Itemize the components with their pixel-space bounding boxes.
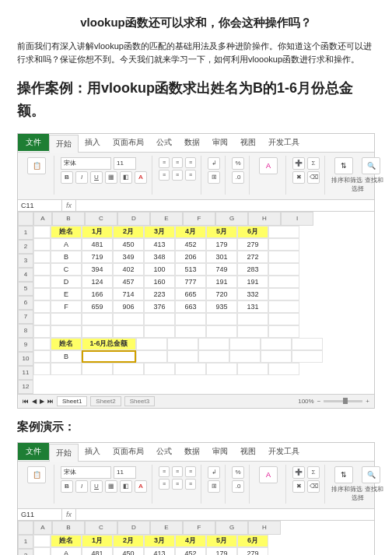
align-center-button[interactable]: ≡ [172, 170, 183, 181]
underline-button[interactable]: U [90, 171, 103, 184]
cell[interactable]: 2月 [113, 535, 144, 547]
cell[interactable]: 719 [82, 251, 113, 263]
cell[interactable] [268, 288, 299, 300]
align-button[interactable]: ≡ [172, 479, 183, 490]
nav-next-icon[interactable]: ▶ [40, 398, 44, 405]
cell[interactable]: 姓名 [51, 338, 82, 350]
cell[interactable] [33, 238, 51, 251]
tab-insert[interactable]: 插入 [79, 443, 107, 460]
cell[interactable]: 777 [175, 276, 206, 288]
col-header[interactable]: C [85, 212, 117, 226]
autosum-button[interactable]: Σ [307, 466, 320, 479]
cell[interactable]: 279 [237, 238, 268, 251]
cell[interactable]: F [51, 300, 82, 313]
cell[interactable]: 191 [237, 276, 268, 288]
merge-button[interactable]: ⊞ [208, 171, 220, 184]
row-header[interactable]: 8 [18, 324, 33, 338]
cell[interactable]: 349 [113, 251, 144, 263]
wrap-button[interactable]: ↲ [208, 157, 220, 170]
tab-data[interactable]: 数据 [178, 134, 206, 151]
cell[interactable]: 332 [237, 288, 268, 300]
cell[interactable]: 301 [206, 251, 237, 263]
cell[interactable]: 6月 [237, 226, 268, 238]
row-header[interactable]: 10 [18, 352, 33, 366]
formula-bar[interactable] [76, 204, 374, 207]
cell[interactable] [82, 363, 113, 375]
fx-icon[interactable]: fx [62, 509, 76, 520]
tab-insert[interactable]: 插入 [79, 134, 107, 151]
wrap-button[interactable]: ↲ [208, 466, 220, 479]
font-name-select[interactable]: 宋体 [61, 157, 111, 170]
fill-color-button[interactable]: ◧ [120, 480, 132, 493]
cell[interactable]: 179 [206, 238, 237, 251]
cell[interactable] [33, 276, 51, 288]
cell[interactable]: 450 [113, 238, 144, 251]
col-header[interactable]: G [215, 212, 248, 226]
cell[interactable] [268, 300, 299, 313]
tab-file[interactable]: 文件 [18, 443, 49, 460]
cell[interactable] [292, 338, 323, 350]
cell[interactable]: 402 [113, 263, 144, 276]
formula-bar[interactable] [76, 513, 374, 516]
cell[interactable]: 3月 [144, 535, 175, 547]
cell[interactable] [175, 313, 206, 325]
cell[interactable] [33, 350, 51, 363]
cell[interactable] [51, 325, 82, 338]
col-header[interactable]: A [33, 212, 52, 226]
bold-button[interactable]: B [61, 480, 73, 493]
find-icon[interactable]: 🔍 [362, 466, 380, 483]
cell[interactable]: 663 [175, 300, 206, 313]
nav-prev-icon[interactable]: ◀ [32, 398, 37, 405]
cell[interactable] [292, 350, 323, 363]
select-all-corner[interactable] [18, 212, 33, 226]
cell[interactable] [33, 251, 51, 263]
tab-file[interactable]: 文件 [18, 134, 49, 151]
name-box[interactable]: G11 [18, 509, 62, 520]
cell[interactable] [33, 263, 51, 276]
row-header[interactable]: 4 [18, 268, 33, 282]
cell[interactable] [237, 313, 268, 325]
select-all-corner[interactable] [18, 521, 33, 535]
col-header[interactable]: D [117, 212, 150, 226]
cell[interactable] [206, 325, 237, 338]
cell[interactable]: 206 [175, 251, 206, 263]
row-header[interactable]: 11 [18, 366, 33, 380]
sheet-tab-1[interactable]: Sheet1 [57, 396, 87, 406]
font-color-button[interactable]: A [135, 480, 147, 493]
cell[interactable]: 452 [175, 238, 206, 251]
cell[interactable]: 4月 [175, 226, 206, 238]
cell[interactable]: 452 [175, 547, 206, 555]
cell[interactable]: 457 [113, 276, 144, 288]
align-left-button[interactable]: ≡ [159, 170, 170, 181]
cell[interactable] [167, 350, 198, 363]
col-header[interactable]: B [52, 212, 85, 226]
nav-last-icon[interactable]: ⏭ [47, 398, 54, 405]
col-header[interactable]: E [150, 521, 183, 535]
cell[interactable]: 749 [206, 263, 237, 276]
cell[interactable] [82, 313, 113, 325]
col-header[interactable]: F [183, 521, 215, 535]
nav-first-icon[interactable]: ⏮ [23, 398, 29, 405]
cell[interactable] [82, 350, 136, 363]
fill-color-button[interactable]: ◧ [120, 171, 132, 184]
cell[interactable] [33, 226, 51, 238]
align-right-button[interactable]: ≡ [185, 170, 196, 181]
number-fmt-button[interactable]: % [232, 466, 244, 479]
cell[interactable]: 223 [144, 288, 175, 300]
cell[interactable] [237, 363, 268, 375]
merge-button[interactable]: ⊞ [208, 480, 220, 493]
col-header[interactable]: C [85, 521, 117, 535]
align-button[interactable]: ≡ [159, 479, 170, 490]
align-mid-button[interactable]: ≡ [172, 157, 183, 168]
row-header[interactable]: 2 [18, 549, 33, 555]
cell[interactable]: 2月 [113, 226, 144, 238]
cell[interactable]: 413 [144, 547, 175, 555]
cell[interactable] [167, 338, 198, 350]
align-button[interactable]: ≡ [185, 479, 196, 490]
row-header[interactable]: 12 [18, 380, 33, 394]
fx-icon[interactable]: fx [62, 200, 76, 211]
row-header[interactable]: 6 [18, 296, 33, 310]
cell[interactable] [144, 313, 175, 325]
cell[interactable] [113, 363, 144, 375]
bold-button[interactable]: B [61, 171, 73, 184]
